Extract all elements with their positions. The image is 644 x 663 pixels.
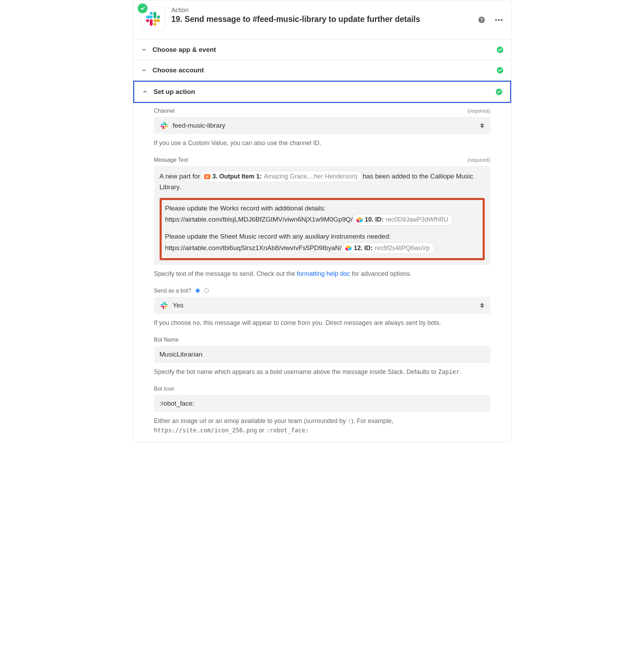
field-send-as-bot: Send as a bot? Yes If you choose no, thi… [154,288,490,328]
send-as-bot-help: If you choose no, this message will appe… [154,318,490,328]
select-arrows-icon [480,303,484,308]
check-circle-icon [496,88,502,95]
send-as-bot-radio-yes[interactable] [195,288,200,293]
send-as-bot-select[interactable]: Yes [154,297,490,314]
message-text-fragment: Please update the Works record with addi… [165,203,326,214]
slack-mini-icon [160,121,169,130]
step-title: 19. Send message to #feed-music-library … [171,15,504,24]
section-choose-account[interactable]: Choose account [133,60,511,81]
check-circle-icon [497,46,504,53]
chevron-down-icon [141,67,147,73]
field-bot-name: Bot Name MusicLibrarian Specify the bot … [154,337,490,377]
slack-mini-icon [160,301,169,310]
section-set-up-action[interactable]: Set up action [133,81,511,103]
bot-name-help: Specify the bot name which appears as a … [154,367,490,377]
formatter-icon [204,174,210,179]
channel-select[interactable]: feed-music-library [154,117,490,134]
airtable-icon [345,245,352,251]
check-circle-icon [497,67,504,74]
field-label: Channel [154,108,175,114]
step-header: Action 19. Send message to #feed-music-l… [133,0,511,40]
bot-icon-help: Either an image url or an emoji availabl… [154,416,490,435]
message-text-fragment: A new part for [160,171,200,182]
required-indicator: (required) [467,157,490,163]
action-editor-panel: Action 19. Send message to #feed-music-l… [133,0,512,442]
more-menu-icon[interactable] [495,16,503,24]
select-arrows-icon [480,123,484,128]
channel-value: feed-music-library [173,122,225,129]
step-type-label: Action [171,7,504,14]
chevron-down-icon [141,47,147,53]
required-indicator: (required) [467,108,490,114]
annotation-highlight: Please update the Works record with addi… [160,198,485,260]
formatting-help-link[interactable]: formatting help doc [297,270,350,277]
chevron-up-icon [142,89,148,95]
variable-pill-record-id-12[interactable]: 12. ID: rec8f2s4liPQ6wuVp [342,242,434,254]
field-label: Message Text [154,157,188,163]
variable-pill-record-id-10[interactable]: 10. ID: rec0D9JawP3dWfhRU [353,214,453,225]
field-label: Send as a bot? [154,288,192,294]
slack-logo-icon [146,12,160,26]
set-up-action-body: Channel (required) feed-music-library If… [133,103,511,442]
message-text-fragment: Please update the Sheet Music record wit… [165,232,391,242]
send-as-bot-value: Yes [173,302,184,309]
message-text-fragment: has been added to the Calliope Music [363,171,473,182]
field-message-text: Message Text (required) A new part for 3… [154,157,490,279]
field-label: Bot Name [154,337,179,343]
app-icon-badge [141,7,165,31]
message-text-help: Specify text of the message to send. Che… [154,269,490,279]
message-text-fragment: https://airtable.com/tbl6uqSlrsz1XnAb8/v… [165,243,342,253]
send-as-bot-radio-no[interactable] [204,288,209,293]
section-title: Choose app & event [153,46,491,54]
message-text-fragment: Library. [160,182,181,192]
message-text-input[interactable]: A new part for 3. Output Item 1: Amazing… [154,166,490,265]
help-icon[interactable] [478,16,485,24]
field-channel: Channel (required) feed-music-library If… [154,108,490,148]
field-label: Bot Icon [154,386,175,392]
channel-help-text: If you use a Custom Value, you can also … [154,138,490,148]
bot-name-input[interactable]: MusicLibrarian [154,346,490,363]
section-choose-app[interactable]: Choose app & event [133,40,511,60]
airtable-icon [356,217,363,223]
field-bot-icon: Bot Icon :robot_face: Either an image ur… [154,386,490,435]
message-text-fragment: https://airtable.com/tblsjLMDJ6BfZGtMV/v… [165,215,353,225]
section-title: Choose account [153,66,491,74]
bot-icon-input[interactable]: :robot_face: [154,395,490,412]
step-complete-check-icon [138,3,147,13]
section-title: Set up action [154,88,490,96]
variable-pill-output-item[interactable]: 3. Output Item 1: Amazing Grace,...her H… [201,171,362,182]
